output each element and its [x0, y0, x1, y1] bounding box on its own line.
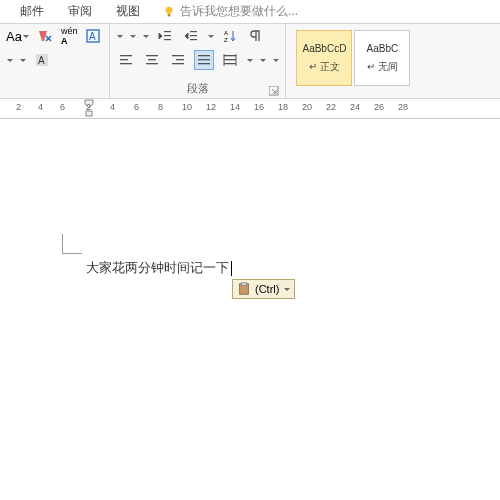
ruler-number: 4 — [38, 102, 43, 112]
clipboard-icon — [237, 282, 251, 296]
svg-rect-1 — [168, 13, 171, 16]
borders-button[interactable] — [272, 59, 279, 62]
ruler-number: 4 — [110, 102, 115, 112]
paste-ctrl-text: (Ctrl) — [255, 283, 279, 295]
tab-review[interactable]: 审阅 — [56, 0, 104, 23]
svg-rect-43 — [172, 63, 184, 64]
ruler-number: 24 — [350, 102, 360, 112]
svg-rect-30 — [190, 35, 197, 36]
increase-indent-button[interactable] — [181, 26, 201, 46]
style-normal[interactable]: AaBbCcD ↵ 正文 — [296, 30, 352, 86]
paragraph-label: 段落 — [116, 79, 279, 98]
show-marks-button[interactable] — [246, 26, 266, 46]
text-cursor — [231, 261, 232, 276]
character-border-button[interactable]: A — [83, 26, 103, 46]
svg-rect-40 — [146, 63, 158, 64]
svg-text:A: A — [38, 55, 45, 66]
tell-me-search[interactable]: 告诉我您想要做什么... — [162, 3, 298, 20]
ruler-number: 28 — [398, 102, 408, 112]
tab-view[interactable]: 视图 — [104, 0, 152, 23]
tab-mail[interactable]: 邮件 — [8, 0, 56, 23]
svg-rect-41 — [172, 55, 184, 56]
dialog-launcher-icon[interactable] — [269, 86, 279, 96]
style-sample: AaBbCcD — [302, 43, 346, 54]
style-no-spacing[interactable]: AaBbC ↵ 无间 — [354, 30, 410, 86]
svg-rect-35 — [120, 55, 132, 56]
sort-button[interactable]: AZ — [220, 26, 240, 46]
paragraph-group: 123 A AZ 段落 — [110, 24, 286, 98]
paste-options-button[interactable]: (Ctrl) — [232, 279, 295, 299]
align-center-button[interactable] — [142, 50, 162, 70]
svg-text:A: A — [89, 31, 96, 42]
ruler-number: 16 — [254, 102, 264, 112]
ruler-number: 22 — [326, 102, 336, 112]
align-justify-button[interactable] — [194, 50, 214, 70]
document-area[interactable]: 大家花两分钟时间记一下 (Ctrl) — [0, 119, 500, 499]
ruler-number: 8 — [158, 102, 163, 112]
distributed-button[interactable] — [220, 50, 240, 70]
svg-rect-44 — [198, 55, 210, 56]
svg-text:A: A — [224, 30, 228, 36]
asian-layout-button[interactable]: A — [207, 35, 214, 38]
svg-rect-36 — [120, 59, 128, 60]
ruler-number: 18 — [278, 102, 288, 112]
shading-button[interactable] — [259, 59, 266, 62]
lightbulb-icon — [162, 5, 176, 19]
line-spacing-button[interactable] — [246, 59, 253, 62]
ruler-number: 2 — [16, 102, 21, 112]
ruler-number: 10 — [182, 102, 192, 112]
document-text-line[interactable]: 大家花两分钟时间记一下 — [86, 259, 234, 277]
svg-rect-29 — [190, 31, 197, 32]
ribbon-tabs: 邮件 审阅 视图 告诉我您想要做什么... — [0, 0, 500, 24]
bullets-button[interactable] — [116, 35, 123, 38]
svg-rect-31 — [190, 39, 197, 40]
font-group-label — [6, 82, 103, 98]
svg-rect-37 — [120, 63, 132, 64]
tell-me-text: 告诉我您想要做什么... — [180, 3, 298, 20]
svg-rect-39 — [148, 59, 156, 60]
svg-rect-45 — [198, 59, 210, 60]
font-color-button[interactable]: A — [19, 59, 26, 62]
ruler-number: 6 — [60, 102, 65, 112]
align-right-button[interactable] — [168, 50, 188, 70]
svg-rect-27 — [164, 35, 171, 36]
multilevel-list-button[interactable] — [142, 35, 149, 38]
svg-rect-47 — [224, 55, 236, 56]
style-sample: AaBbC — [367, 43, 399, 54]
ruler[interactable]: 642246810121416182022242628 — [0, 99, 500, 119]
svg-point-0 — [166, 6, 173, 13]
ruler-number: 26 — [374, 102, 384, 112]
svg-rect-48 — [224, 59, 236, 60]
styles-group: AaBbCcD ↵ 正文 AaBbC ↵ 无间 — [286, 24, 420, 98]
svg-text:Z: Z — [224, 37, 228, 43]
decrease-indent-button[interactable] — [155, 26, 175, 46]
ruler-number: 12 — [206, 102, 216, 112]
svg-rect-59 — [241, 283, 246, 286]
margin-corner-mark — [62, 234, 82, 254]
clear-formatting-button[interactable] — [35, 26, 55, 46]
svg-rect-28 — [164, 39, 171, 40]
font-group: Aa wénA A A A 字 — [0, 24, 110, 98]
numbering-button[interactable]: 123 — [129, 35, 136, 38]
ribbon: Aa wénA A A A 字 123 A AZ — [0, 24, 500, 99]
style-name: ↵ 正文 — [309, 60, 340, 74]
svg-rect-26 — [164, 31, 171, 32]
phonetic-guide-button[interactable]: wénA — [61, 26, 78, 46]
svg-rect-49 — [224, 63, 236, 64]
align-left-button[interactable] — [116, 50, 136, 70]
style-name: ↵ 无间 — [367, 60, 398, 74]
highlight-button[interactable] — [6, 59, 13, 62]
svg-rect-38 — [146, 55, 158, 56]
change-case-button[interactable]: Aa — [6, 29, 29, 44]
svg-rect-46 — [198, 63, 210, 64]
ruler-number: 2 — [86, 102, 91, 112]
character-shading-button[interactable]: A — [32, 50, 52, 70]
ruler-number: 20 — [302, 102, 312, 112]
ruler-number: 14 — [230, 102, 240, 112]
svg-rect-42 — [176, 59, 184, 60]
ruler-number: 6 — [134, 102, 139, 112]
